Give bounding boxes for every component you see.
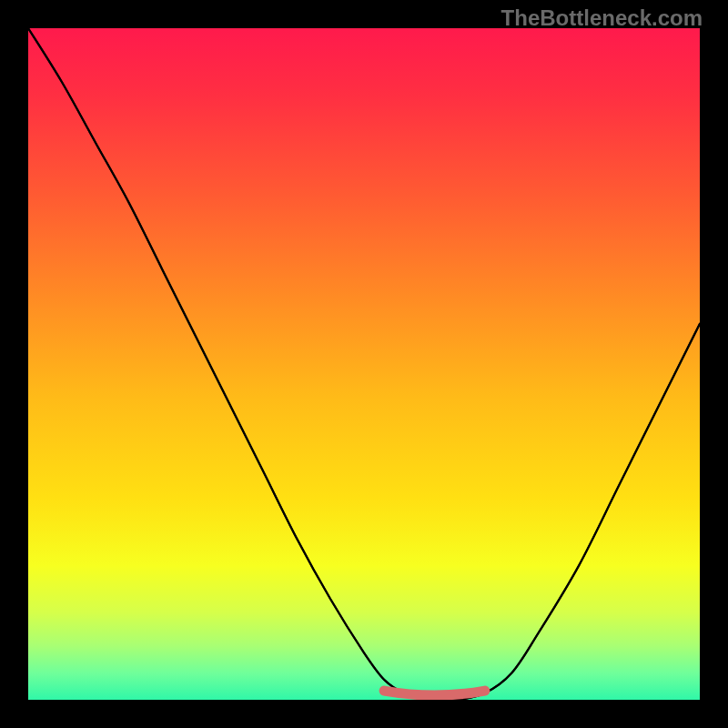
chart-stage: TheBottleneck.com	[0, 0, 728, 728]
plot-svg	[28, 28, 700, 700]
optimal-range-highlight	[384, 691, 485, 695]
watermark-text: TheBottleneck.com	[501, 5, 703, 31]
plot-area	[28, 28, 700, 700]
gradient-background	[28, 28, 700, 700]
